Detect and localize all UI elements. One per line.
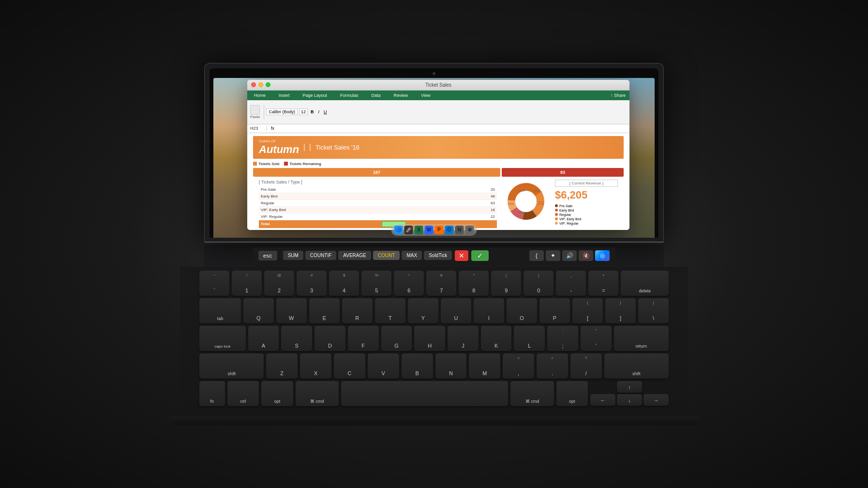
close-button[interactable] xyxy=(251,82,256,87)
key-t[interactable]: T xyxy=(375,298,405,323)
key-return[interactable]: return xyxy=(614,326,669,351)
key-period[interactable]: > . xyxy=(537,353,568,379)
dock-word[interactable]: W xyxy=(425,226,434,234)
tab-insert[interactable]: Insert xyxy=(276,92,293,99)
excel-window[interactable]: Ticket Sales Home Insert Page Layout For… xyxy=(247,80,629,230)
bold-button[interactable]: B xyxy=(309,109,315,115)
tb-volume-down-btn[interactable]: 🔇 xyxy=(579,250,593,261)
key-lopt[interactable]: opt xyxy=(261,381,293,406)
key-y[interactable]: Y xyxy=(408,298,438,323)
dock-finder[interactable]: 🔵 xyxy=(394,226,403,234)
key-ctrl[interactable]: ctrl xyxy=(227,381,259,406)
tab-formulas[interactable]: Formulas xyxy=(337,92,361,99)
tab-page-layout[interactable]: Page Layout xyxy=(300,92,330,99)
minimize-button[interactable] xyxy=(258,82,263,87)
key-w[interactable]: W xyxy=(276,298,307,323)
key-h[interactable]: H xyxy=(414,326,445,351)
key-j[interactable]: J xyxy=(448,326,479,351)
key-right[interactable]: → xyxy=(644,394,669,406)
font-size[interactable]: 12 xyxy=(299,108,308,115)
key-2[interactable]: @ 2 xyxy=(264,271,294,296)
key-equals[interactable]: + = xyxy=(588,271,618,296)
cell-reference[interactable]: H23 xyxy=(250,126,267,131)
key-minus[interactable]: _ - xyxy=(556,271,586,296)
underline-button[interactable]: U xyxy=(322,109,329,115)
key-fn[interactable]: fn xyxy=(199,381,225,406)
key-lbracket[interactable]: { [ xyxy=(572,298,603,323)
key-semicolon[interactable]: : ; xyxy=(547,326,578,351)
key-7[interactable]: & 7 xyxy=(426,271,456,296)
key-x[interactable]: X xyxy=(300,353,331,379)
tb-average-btn[interactable]: AVERAGE xyxy=(338,251,371,260)
key-5[interactable]: % 5 xyxy=(361,271,391,296)
key-slash[interactable]: ? / xyxy=(570,353,602,379)
key-ropt[interactable]: opt xyxy=(556,381,588,406)
dock-notes[interactable]: N xyxy=(455,226,464,234)
key-rshift[interactable]: shift xyxy=(604,353,669,379)
key-comma[interactable]: < , xyxy=(503,353,534,379)
key-rbracket[interactable]: } ] xyxy=(605,298,636,323)
tb-countif-btn[interactable]: COUNTIF xyxy=(305,251,336,260)
key-1[interactable]: ! 1 xyxy=(232,271,262,296)
tb-siri-btn[interactable]: ◎ xyxy=(595,250,610,261)
dock-powerpoint[interactable]: P xyxy=(435,226,444,234)
esc-key[interactable]: esc xyxy=(258,251,277,260)
key-c[interactable]: C xyxy=(334,353,365,379)
key-b[interactable]: B xyxy=(402,353,433,379)
tab-review[interactable]: Review xyxy=(391,92,411,99)
key-i[interactable]: I xyxy=(474,298,504,323)
key-v[interactable]: V xyxy=(368,353,399,379)
key-9[interactable]: ( 9 xyxy=(491,271,521,296)
tb-bracket-btn[interactable]: ( xyxy=(529,250,544,261)
key-down[interactable]: ↓ xyxy=(617,394,642,406)
tab-home[interactable]: Home xyxy=(251,92,269,99)
dock-launchpad[interactable]: 🚀 xyxy=(404,226,413,234)
key-a[interactable]: A xyxy=(248,326,279,351)
tb-confirm-btn[interactable]: ✓ xyxy=(471,250,489,261)
key-l[interactable]: L xyxy=(514,326,545,351)
key-o[interactable]: O xyxy=(507,298,537,323)
tb-sum-btn[interactable]: SUM xyxy=(283,251,303,260)
key-d[interactable]: D xyxy=(314,326,345,351)
key-lcmd[interactable]: ⌘ cmd xyxy=(296,381,339,406)
key-up[interactable]: ↑ xyxy=(617,381,642,393)
key-k[interactable]: K xyxy=(481,326,512,351)
dock-preferences[interactable]: ⚙ xyxy=(465,226,474,234)
key-capslock[interactable]: caps lock xyxy=(199,326,246,351)
key-n[interactable]: N xyxy=(435,353,467,379)
key-p[interactable]: P xyxy=(539,298,570,323)
key-f[interactable]: F xyxy=(348,326,379,351)
tb-volume-up-btn[interactable]: 🔊 xyxy=(562,250,577,261)
key-3[interactable]: # 3 xyxy=(297,271,327,296)
key-e[interactable]: E xyxy=(309,298,340,323)
maximize-button[interactable] xyxy=(266,82,270,87)
key-tilde[interactable]: ~ ` xyxy=(199,271,229,296)
key-left[interactable]: ← xyxy=(590,394,615,406)
key-z[interactable]: Z xyxy=(266,353,298,379)
share-button[interactable]: ↑ Share xyxy=(611,93,626,98)
key-u[interactable]: U xyxy=(441,298,471,323)
key-backslash[interactable]: | \ xyxy=(638,298,669,323)
italic-button[interactable]: I xyxy=(317,109,321,115)
tb-count-btn[interactable]: COUNT xyxy=(373,251,400,260)
key-lshift[interactable]: shift xyxy=(199,353,264,379)
key-6[interactable]: ^ 6 xyxy=(394,271,424,296)
key-m[interactable]: M xyxy=(469,353,500,379)
key-q[interactable]: Q xyxy=(243,298,274,323)
key-space[interactable] xyxy=(341,381,509,406)
key-8[interactable]: * 8 xyxy=(459,271,489,296)
tab-data[interactable]: Data xyxy=(369,92,384,99)
dock-outlook[interactable]: O xyxy=(445,226,454,234)
key-r[interactable]: R xyxy=(342,298,373,323)
key-delete[interactable]: delete xyxy=(621,271,669,296)
key-4[interactable]: $ 4 xyxy=(329,271,359,296)
font-name[interactable]: Calibri (Body) xyxy=(266,108,298,115)
key-tab[interactable]: tab xyxy=(199,298,241,323)
tb-max-btn[interactable]: MAX xyxy=(402,251,422,260)
tb-brightness-btn[interactable]: ✦ xyxy=(546,250,560,261)
tab-view[interactable]: View xyxy=(418,92,433,99)
tb-cancel-btn[interactable]: ✕ xyxy=(455,250,468,261)
key-rcmd[interactable]: ⌘ cmd xyxy=(510,381,554,406)
key-s[interactable]: S xyxy=(281,326,312,351)
dock-excel[interactable]: X xyxy=(415,226,423,234)
